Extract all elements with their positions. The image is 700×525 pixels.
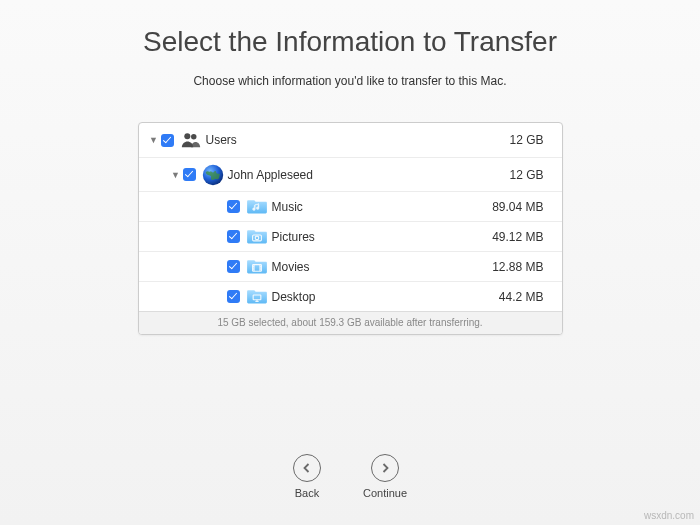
back-button[interactable]: Back [293, 454, 321, 499]
continue-button[interactable]: Continue [363, 454, 407, 499]
nav-buttons: Back Continue [0, 454, 700, 499]
svg-point-0 [184, 133, 190, 139]
size-users: 12 GB [509, 133, 561, 147]
size-music: 89.04 MB [492, 200, 561, 214]
svg-point-1 [191, 134, 197, 140]
size-pictures: 49.12 MB [492, 230, 561, 244]
continue-arrow-icon [371, 454, 399, 482]
checkbox-pictures[interactable] [227, 230, 240, 243]
label-user: John Appleseed [228, 168, 510, 182]
checkbox-music[interactable] [227, 200, 240, 213]
folder-movies-icon [246, 258, 268, 276]
disclosure-triangle[interactable]: ▼ [147, 135, 161, 145]
checkbox-movies[interactable] [227, 260, 240, 273]
checkbox-users[interactable] [161, 134, 174, 147]
disclosure-triangle[interactable]: ▼ [169, 170, 183, 180]
tree-row-music[interactable]: ▼ Music 89.04 MB [139, 191, 562, 221]
page-subtitle: Choose which information you'd like to t… [0, 74, 700, 88]
folder-desktop-icon [246, 288, 268, 306]
label-music: Music [272, 200, 493, 214]
tree-row-desktop[interactable]: ▼ Desktop 44.2 MB [139, 281, 562, 311]
checkbox-user[interactable] [183, 168, 196, 181]
tree-row-movies[interactable]: ▼ Movies 12.88 MB [139, 251, 562, 281]
tree-row-pictures[interactable]: ▼ Pictures 49.12 MB [139, 221, 562, 251]
tree-row-user[interactable]: ▼ John Appleseed 12 GB [139, 157, 562, 191]
transfer-panel: ▼ Users 12 GB ▼ [138, 122, 563, 335]
back-label: Back [295, 487, 319, 499]
folder-music-icon [246, 198, 268, 216]
label-movies: Movies [272, 260, 493, 274]
label-pictures: Pictures [272, 230, 493, 244]
globe-avatar-icon [202, 164, 224, 186]
folder-pictures-icon [246, 228, 268, 246]
page-title: Select the Information to Transfer [0, 0, 700, 58]
back-arrow-icon [293, 454, 321, 482]
checkbox-desktop[interactable] [227, 290, 240, 303]
tree-row-users[interactable]: ▼ Users 12 GB [139, 123, 562, 157]
watermark: wsxdn.com [644, 510, 694, 521]
users-icon [180, 130, 202, 150]
size-desktop: 44.2 MB [499, 290, 562, 304]
size-user: 12 GB [509, 168, 561, 182]
label-users: Users [206, 133, 510, 147]
continue-label: Continue [363, 487, 407, 499]
summary-bar: 15 GB selected, about 159.3 GB available… [139, 311, 562, 334]
size-movies: 12.88 MB [492, 260, 561, 274]
transfer-tree: ▼ Users 12 GB ▼ [139, 123, 562, 311]
label-desktop: Desktop [272, 290, 499, 304]
